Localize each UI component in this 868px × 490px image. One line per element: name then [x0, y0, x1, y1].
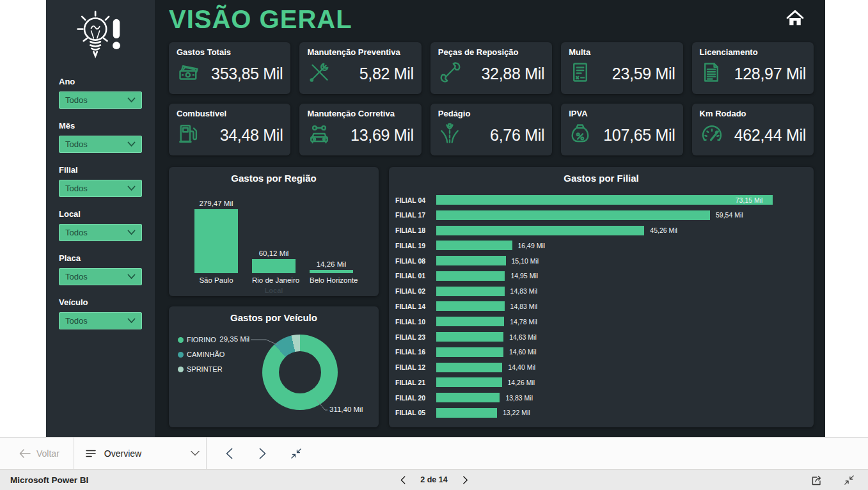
filter-label: Mês [59, 121, 142, 130]
kpi-card-ped-gio[interactable]: Pedágio6,76 Mil [430, 104, 552, 155]
crossed-tools-icon [307, 61, 331, 86]
bar-rio-de-janeiro[interactable] [252, 259, 296, 273]
page-next-icon[interactable] [461, 471, 471, 489]
bar-row-filial-20: FILIAL 2013,83 Mil [395, 393, 803, 402]
bar[interactable] [436, 347, 503, 357]
bar-row-filial-01: FILIAL 0114,95 Mil [395, 271, 803, 281]
filter-value: Todos [65, 95, 88, 105]
chevron-down-icon [127, 318, 136, 324]
filter-dropdown-filial[interactable]: Todos [59, 180, 142, 197]
exit-fullscreen-icon[interactable] [287, 445, 305, 462]
page-prev-icon[interactable] [397, 471, 407, 489]
category-label: FILIAL 05 [395, 409, 436, 416]
kpi-title: Multa [569, 47, 675, 57]
filter-group-mês: MêsTodos [59, 121, 142, 153]
filter-dropdown-mês[interactable]: Todos [59, 136, 142, 153]
kpi-card-manuten-o-preventiva[interactable]: Manutenção Preventiva5,82 Mil [299, 42, 421, 94]
donut-chart[interactable] [262, 335, 338, 410]
brand-label: Microsoft Power BI [10, 475, 88, 485]
bar-row-filial-17: FILIAL 1759,54 Mil [395, 210, 803, 220]
bar[interactable] [436, 363, 502, 372]
bar[interactable] [436, 377, 502, 387]
category-label: Rio de Janeiro [252, 276, 296, 284]
category-label: FILIAL 02 [395, 287, 436, 295]
bar[interactable] [436, 226, 644, 235]
kpi-title: Combustível [177, 109, 283, 118]
bar-são-paulo[interactable] [194, 209, 238, 273]
kpi-value: 13,69 Mil [351, 126, 414, 145]
filter-dropdown-placa[interactable]: Todos [59, 268, 142, 285]
bar-value-label: 14,78 Mil [510, 318, 537, 326]
home-icon[interactable] [785, 9, 805, 29]
bar[interactable] [436, 287, 505, 296]
kpi-card-licenciamento[interactable]: Licenciamento128,97 Mil [692, 42, 814, 94]
kpi-card-combust-vel[interactable]: Combustível34,48 Mil [169, 104, 290, 155]
chevron-down-icon [127, 274, 136, 280]
category-label: FILIAL 19 [395, 242, 436, 249]
kpi-card-ipva[interactable]: IPVA107,65 Mil [561, 104, 683, 155]
kpi-value: 32,88 Mil [481, 65, 544, 83]
bar-value-label: 279,47 Mil [199, 200, 233, 207]
bar[interactable] [436, 408, 497, 418]
bar-row-filial-12: FILIAL 1214,40 Mil [395, 363, 803, 372]
previous-page-icon[interactable] [221, 445, 239, 462]
bar-row-filial-16: FILIAL 1614,60 Mil [395, 347, 803, 357]
kpi-card-gastos-totais[interactable]: Gastos Totais353,85 Mil [169, 42, 290, 94]
bar[interactable] [436, 393, 500, 402]
filter-value: Todos [65, 316, 88, 326]
powerbi-toolbar: Voltar Overview [0, 437, 868, 469]
bar[interactable] [436, 301, 505, 311]
bar-value-label: 13,22 Mil [503, 409, 530, 416]
category-label: Belo Horizonte [310, 276, 353, 284]
filter-label: Ano [59, 77, 142, 86]
kpi-card-pe-as-de-reposi-o[interactable]: Peças de Reposição32,88 Mil [430, 42, 552, 94]
bar[interactable] [436, 256, 506, 265]
banknotes-icon [177, 61, 201, 86]
filter-dropdown-local[interactable]: Todos [59, 224, 142, 241]
filter-group-placa: PlacaTodos [59, 253, 142, 285]
bar-value-label: 14,60 Mil [509, 348, 537, 356]
page-selector-label: Overview [104, 448, 141, 459]
chart-gastos-por-filial: Gastos por Filial FILIAL 0473,15 MilFILI… [389, 167, 814, 427]
legend-item-caminhão[interactable]: CAMINHÃO [178, 351, 225, 358]
category-label: FILIAL 10 [395, 318, 436, 326]
category-label: São Paulo [194, 276, 238, 284]
bar[interactable] [436, 317, 504, 326]
kpi-card-km-rodado[interactable]: Km Rodado462,44 Mil [692, 104, 814, 155]
donut-slice-label-caminhao: 29,35 Mil [205, 335, 249, 343]
kpi-title: IPVA [569, 109, 675, 118]
bar[interactable] [436, 332, 503, 342]
bar-belo-horizonte[interactable] [310, 270, 353, 273]
bar-value-label: 16,49 Mil [518, 242, 546, 249]
speedometer-icon [700, 122, 724, 148]
next-page-icon[interactable] [254, 445, 272, 462]
share-icon[interactable] [808, 471, 826, 489]
kpi-card-multa[interactable]: Multa23,59 Mil [561, 42, 683, 94]
kpi-card-manuten-o-corretiva[interactable]: Manutenção Corretiva13,69 Mil [299, 104, 421, 155]
back-button[interactable]: Voltar [19, 448, 59, 459]
legend-item-sprinter[interactable]: SPRINTER [178, 365, 225, 373]
bar[interactable] [436, 195, 773, 205]
kpi-value: 128,97 Mil [734, 65, 806, 83]
category-label: FILIAL 08 [395, 257, 436, 265]
bar-row-filial-19: FILIAL 1916,49 Mil [395, 241, 803, 250]
bar[interactable] [436, 241, 512, 250]
bar[interactable] [436, 271, 505, 281]
filter-group-local: LocalTodos [59, 209, 142, 241]
category-label: FILIAL 01 [395, 272, 436, 280]
chevron-down-icon [127, 186, 136, 191]
x-axis-title: Local [169, 287, 379, 294]
bar[interactable] [436, 210, 710, 220]
exit-fullscreen-icon[interactable] [840, 471, 858, 489]
chevron-down-icon [127, 230, 136, 235]
report-main: VISÃO GERAL Gastos Totais353,85 MilManut… [155, 0, 825, 437]
page-selector[interactable]: Overview [86, 448, 200, 459]
filter-group-filial: FilialTodos [59, 165, 142, 197]
legend-label: CAMINHÃO [187, 351, 225, 358]
filter-group-ano: AnoTodos [59, 77, 142, 109]
filter-dropdown-ano[interactable]: Todos [59, 91, 142, 109]
filter-dropdown-veículo[interactable]: Todos [59, 312, 142, 329]
kpi-title: Manutenção Preventiva [307, 47, 413, 57]
bar-value-label: 14,63 Mil [509, 333, 537, 341]
filter-label: Local [59, 209, 142, 219]
